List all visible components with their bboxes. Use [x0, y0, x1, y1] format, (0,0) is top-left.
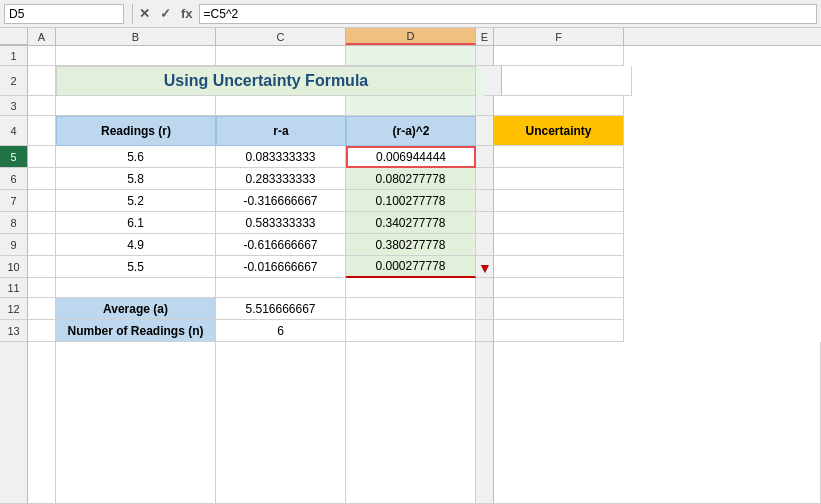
cell-E2[interactable]: [484, 66, 502, 96]
cell-A4[interactable]: [28, 116, 56, 146]
cell-A-extra[interactable]: [28, 342, 56, 504]
cell-B13[interactable]: Number of Readings (n): [56, 320, 216, 342]
cell-B3[interactable]: [56, 96, 216, 116]
cell-E7[interactable]: [476, 190, 494, 212]
cell-F8[interactable]: [494, 212, 624, 234]
cell-B-extra[interactable]: [56, 342, 216, 504]
cell-E4[interactable]: [476, 116, 494, 146]
cell-C5[interactable]: 0.083333333: [216, 146, 346, 168]
cell-D7[interactable]: 0.100277778: [346, 190, 476, 212]
col-header-B[interactable]: B: [56, 28, 216, 45]
cell-B9[interactable]: 4.9: [56, 234, 216, 256]
cell-D12[interactable]: [346, 298, 476, 320]
cell-F13[interactable]: [494, 320, 624, 342]
cell-D4[interactable]: (r-a)^2: [346, 116, 476, 146]
cell-E-extra[interactable]: [476, 342, 494, 504]
cell-A8[interactable]: [28, 212, 56, 234]
cell-D11[interactable]: [346, 278, 476, 298]
cell-B11[interactable]: [56, 278, 216, 298]
cell-B8[interactable]: 6.1: [56, 212, 216, 234]
cell-D3[interactable]: [346, 96, 476, 116]
cell-F7[interactable]: [494, 190, 624, 212]
cell-E9[interactable]: [476, 234, 494, 256]
row-header-3: 3: [0, 96, 28, 116]
col-header-F[interactable]: F: [494, 28, 624, 45]
cell-C11[interactable]: [216, 278, 346, 298]
cell-F12[interactable]: [494, 298, 624, 320]
name-box[interactable]: D5: [4, 4, 124, 24]
cell-B5[interactable]: 5.6: [56, 146, 216, 168]
cell-A10[interactable]: [28, 256, 56, 278]
cell-A13[interactable]: [28, 320, 56, 342]
cell-D-extra[interactable]: [346, 342, 476, 504]
cell-C1[interactable]: [216, 46, 346, 66]
cell-F6[interactable]: [494, 168, 624, 190]
col-header-A[interactable]: A: [28, 28, 56, 45]
cell-F4-uncertainty[interactable]: Uncertainty: [494, 116, 624, 146]
cell-D10[interactable]: 0.000277778: [346, 256, 476, 278]
cell-F5[interactable]: [494, 146, 624, 168]
cell-D8[interactable]: 0.340277778: [346, 212, 476, 234]
spreadsheet-grid: A B C D E F 1 2 Using Uncertainty Formul…: [0, 28, 821, 504]
cell-C6[interactable]: 0.283333333: [216, 168, 346, 190]
cell-F2[interactable]: [502, 66, 632, 96]
cell-B6[interactable]: 5.8: [56, 168, 216, 190]
cell-A7[interactable]: [28, 190, 56, 212]
col-header-D[interactable]: D: [346, 28, 476, 45]
confirm-icon[interactable]: ✓: [158, 6, 173, 21]
cell-A3[interactable]: [28, 96, 56, 116]
cell-A6[interactable]: [28, 168, 56, 190]
cell-E1[interactable]: [476, 46, 494, 66]
cell-F1[interactable]: [494, 46, 624, 66]
cell-B1[interactable]: [56, 46, 216, 66]
cell-C3[interactable]: [216, 96, 346, 116]
cell-A11[interactable]: [28, 278, 56, 298]
red-arrow-icon: ▼: [478, 260, 492, 276]
cell-D6[interactable]: 0.080277778: [346, 168, 476, 190]
cell-B12[interactable]: Average (a): [56, 298, 216, 320]
cell-D1[interactable]: [346, 46, 476, 66]
cell-E3[interactable]: [476, 96, 494, 116]
cell-E11[interactable]: [476, 278, 494, 298]
cell-A5[interactable]: [28, 146, 56, 168]
cell-E12[interactable]: [476, 298, 494, 320]
col-header-E[interactable]: E: [476, 28, 494, 45]
cell-D2[interactable]: [476, 66, 484, 96]
cancel-icon[interactable]: ✕: [137, 6, 152, 21]
cell-F3[interactable]: [494, 96, 624, 116]
cell-D5[interactable]: 0.006944444: [346, 146, 476, 168]
cell-A9[interactable]: [28, 234, 56, 256]
cell-F9[interactable]: [494, 234, 624, 256]
cell-C-extra[interactable]: [216, 342, 346, 504]
cell-E6[interactable]: [476, 168, 494, 190]
cell-E5[interactable]: [476, 146, 494, 168]
cell-D9[interactable]: 0.380277778: [346, 234, 476, 256]
cell-C12[interactable]: 5.516666667: [216, 298, 346, 320]
cell-C9[interactable]: -0.616666667: [216, 234, 346, 256]
cell-F-extra[interactable]: [494, 342, 821, 504]
cell-E10[interactable]: ▼: [476, 256, 494, 278]
cell-F11[interactable]: [494, 278, 624, 298]
row-header-extra: [0, 342, 28, 504]
cell-C10[interactable]: -0.016666667: [216, 256, 346, 278]
cell-A2[interactable]: [28, 66, 56, 96]
cell-D13[interactable]: [346, 320, 476, 342]
column-headers: A B C D E F: [0, 28, 821, 46]
cell-B4[interactable]: Readings (r): [56, 116, 216, 146]
formula-bar[interactable]: =C5^2: [199, 4, 817, 24]
cell-E13[interactable]: [476, 320, 494, 342]
cell-F10[interactable]: [494, 256, 624, 278]
cell-E8[interactable]: [476, 212, 494, 234]
cell-C4[interactable]: r-a: [216, 116, 346, 146]
cell-C8[interactable]: 0.583333333: [216, 212, 346, 234]
cell-B10[interactable]: 5.5: [56, 256, 216, 278]
cell-A1[interactable]: [28, 46, 56, 66]
cell-C7[interactable]: -0.316666667: [216, 190, 346, 212]
cell-B2-title[interactable]: Using Uncertainty Formula: [56, 66, 476, 96]
function-icon[interactable]: fx: [179, 6, 195, 21]
cell-B7[interactable]: 5.2: [56, 190, 216, 212]
grid-body: 1 2 Using Uncertainty Formula 3: [0, 46, 821, 504]
col-header-C[interactable]: C: [216, 28, 346, 45]
cell-A12[interactable]: [28, 298, 56, 320]
cell-C13[interactable]: 6: [216, 320, 346, 342]
